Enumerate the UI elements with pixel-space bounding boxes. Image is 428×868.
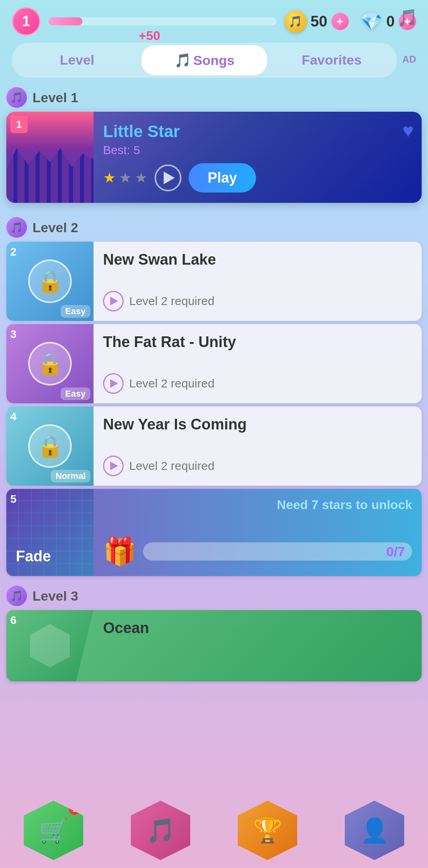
song3-play-triangle xyxy=(110,379,118,388)
music-settings-icon[interactable]: 🎵 xyxy=(397,8,418,27)
preview-button[interactable] xyxy=(155,164,182,191)
trophy-icon: 🏆 xyxy=(238,801,297,860)
song5-progress-row: 🎁 0/7 xyxy=(103,536,412,567)
ad-badge: AD xyxy=(402,44,416,78)
lock-icon-2: 🔒 xyxy=(28,259,72,303)
nav-music[interactable]: 🎵 xyxy=(119,801,202,860)
song1-stars: ★ ★ ★ xyxy=(103,170,147,186)
song3-thumbnail: 3 🔒 Easy xyxy=(6,324,94,403)
song2-req-text: Level 2 required xyxy=(129,294,214,308)
song-card-1: 1 Little Star Best: 5 ★ ★ ★ Play ♥ xyxy=(6,112,422,203)
star-progress-bar: 0/7 xyxy=(143,542,412,561)
song3-title: The Fat Rat - Unity xyxy=(103,334,412,351)
song1-actions: ★ ★ ★ Play xyxy=(103,163,412,193)
song6-rank: 6 xyxy=(10,614,17,627)
song3-requirement: Level 2 required xyxy=(103,373,412,394)
nav-profile[interactable]: 👤 xyxy=(333,801,416,860)
coin-count: 50 xyxy=(311,13,327,30)
song1-info: Little Star Best: 5 ★ ★ ★ Play xyxy=(94,112,422,203)
song2-title: New Swan Lake xyxy=(103,251,412,268)
level1-header: 🎵 Level 1 xyxy=(0,81,428,112)
song5-rank: 5 xyxy=(10,493,17,506)
level2-title: Level 2 xyxy=(32,220,78,235)
lock-icon-4: 🔒 xyxy=(28,424,72,468)
favorite-heart-icon[interactable]: ♥ xyxy=(403,120,414,141)
profile-icon: 👤 xyxy=(345,801,404,860)
song6-thumbnail: 6 xyxy=(6,610,94,681)
song4-requirement: Level 2 required xyxy=(103,456,412,476)
star-progress-text: 0/7 xyxy=(386,544,405,559)
song3-info: The Fat Rat - Unity Level 2 required xyxy=(94,324,422,403)
song4-thumbnail: 4 🔒 Normal xyxy=(6,406,94,486)
level2-header: 🎵 Level 2 xyxy=(0,211,428,242)
level3-icon: 🎵 xyxy=(6,586,27,606)
star-3: ★ xyxy=(135,170,147,186)
song3-rank: 3 xyxy=(10,328,17,341)
level2-icon: 🎵 xyxy=(6,217,27,238)
song1-title: Little Star xyxy=(103,122,412,141)
song5-unlock-text: Need 7 stars to unlock xyxy=(103,498,412,512)
tab-songs[interactable]: 🎵Songs xyxy=(141,45,267,75)
song2-requirement: Level 2 required xyxy=(103,291,412,311)
song-card-6: 6 Ocean xyxy=(6,610,422,681)
level1-title: Level 1 xyxy=(32,90,78,105)
play-button[interactable]: Play xyxy=(189,163,256,193)
song-card-3: 3 🔒 Easy The Fat Rat - Unity Level 2 req… xyxy=(6,324,422,403)
song-card-5: 5 Fade Need 7 stars to unlock 🎁 0/7 xyxy=(6,489,422,576)
song5-title: Fade xyxy=(12,548,51,570)
nav-trophy[interactable]: 🏆 xyxy=(226,801,309,860)
song4-play-icon xyxy=(103,456,124,476)
xp-bar xyxy=(48,17,277,25)
song3-difficulty: Easy xyxy=(61,387,90,400)
tab-favorites[interactable]: Favorites xyxy=(269,45,394,75)
song5-thumbnail: 5 Fade xyxy=(6,489,94,576)
song6-hex-icon xyxy=(30,624,70,668)
song3-req-text: Level 2 required xyxy=(129,377,214,390)
gem-icon: 💎 xyxy=(361,11,382,32)
add-coins-button[interactable]: + xyxy=(331,13,349,30)
gift-icon: 🎁 xyxy=(103,536,137,567)
coins-bonus-text: +50 xyxy=(139,29,160,43)
song4-req-text: Level 2 required xyxy=(129,459,214,473)
bottom-nav: 🛒 1 🎵 🏆 👤 xyxy=(0,801,428,868)
song6-title: Ocean xyxy=(94,610,159,681)
xp-fill xyxy=(48,17,82,25)
level3-header: 🎵 Level 3 xyxy=(0,579,428,610)
tab-level[interactable]: Level xyxy=(14,45,140,75)
song2-thumbnail: 2 🔒 Easy xyxy=(6,242,94,321)
song4-difficulty: Normal xyxy=(51,470,90,483)
shop-badge: 1 xyxy=(69,804,80,815)
lock-icon-3: 🔒 xyxy=(28,342,72,385)
song4-info: New Year Is Coming Level 2 required xyxy=(94,406,422,486)
song5-info: Need 7 stars to unlock 🎁 0/7 xyxy=(94,489,422,576)
level3-title: Level 3 xyxy=(32,588,78,604)
music-nav-icon: 🎵 xyxy=(131,801,190,860)
coin-icon: 🎵 xyxy=(285,10,307,32)
music-note-tab-icon: 🎵 xyxy=(174,53,191,68)
preview-play-icon xyxy=(164,172,175,184)
song-card-4: 4 🔒 Normal New Year Is Coming Level 2 re… xyxy=(6,406,422,486)
song4-play-triangle xyxy=(110,462,118,470)
nav-shop[interactable]: 🛒 1 xyxy=(12,801,95,860)
song1-thumbnail: 1 xyxy=(6,112,94,203)
coin-section: 🎵 50 + xyxy=(285,10,349,32)
song2-play-triangle xyxy=(110,297,118,305)
song4-title: New Year Is Coming xyxy=(103,416,412,433)
song2-difficulty: Easy xyxy=(61,305,90,318)
song4-rank: 4 xyxy=(10,410,17,423)
song1-best: Best: 5 xyxy=(103,143,412,157)
song2-play-icon xyxy=(103,291,124,311)
level1-icon: 🎵 xyxy=(6,87,27,108)
player-level-circle: 1 xyxy=(12,7,40,36)
tab-bar: Level 🎵Songs Favorites AD xyxy=(12,43,416,78)
star-2: ★ xyxy=(119,170,132,186)
song2-rank: 2 xyxy=(10,246,17,258)
gem-count: 0 xyxy=(386,13,395,30)
shop-icon: 🛒 1 xyxy=(24,801,83,860)
top-bar: 1 🎵 50 + 💎 0 + 🎵 +50 xyxy=(0,0,428,39)
song2-info: New Swan Lake Level 2 required xyxy=(94,242,422,321)
star-1: ★ xyxy=(103,170,116,186)
song3-play-icon xyxy=(103,373,124,394)
song-card-2: 2 🔒 Easy New Swan Lake Level 2 required xyxy=(6,242,422,321)
song1-rank: 1 xyxy=(10,116,28,133)
